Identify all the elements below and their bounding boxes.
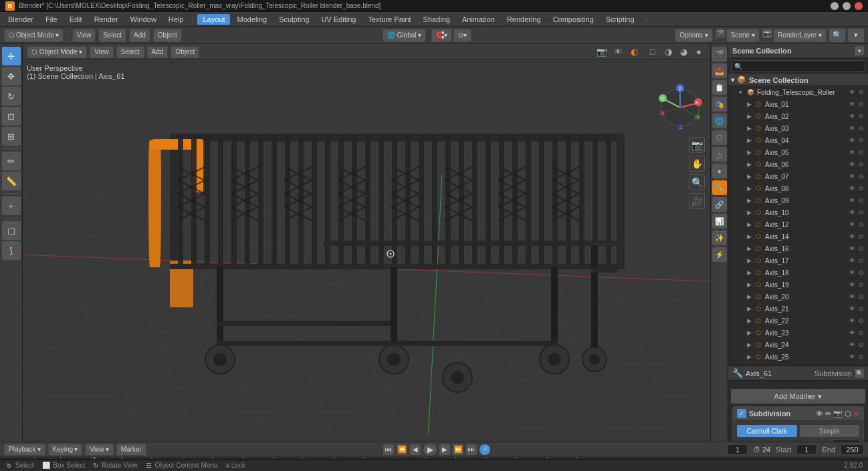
outliner-item-axis01[interactable]: ▶ ⬡ Axis_01 👁 ⊙ [728, 98, 868, 110]
next-keyframe-btn[interactable]: ⏩ [453, 444, 463, 455]
outliner-item-axis14[interactable]: ▶ ⬡ Axis_14 👁 ⊙ [728, 230, 868, 243]
menu-uv-editing[interactable]: UV Editing [316, 14, 361, 25]
select-box-tool[interactable]: ▢ [2, 221, 21, 240]
annotate-tool[interactable]: ✏ [2, 152, 21, 170]
menu-window[interactable]: Window [125, 14, 162, 25]
object-menu[interactable]: Object [153, 29, 182, 42]
search-btn[interactable]: 🔍 [829, 29, 845, 42]
outliner-item-axis22[interactable]: ▶ ⬡ Axis_22 👁 ⊙ [728, 315, 868, 327]
collection-folding[interactable]: ▾ 📦 Folding_Telescopic_Roller 👁 ⊙ [728, 86, 868, 98]
scene-dropdown[interactable]: Scene ▾ [726, 29, 760, 42]
3d-scene[interactable]: X Y Z -X -Y -Z [23, 60, 710, 442]
transform-tool[interactable]: ⊞ [2, 127, 21, 146]
keying-dropdown[interactable]: Keying ▾ [48, 444, 83, 456]
shading-wireframe[interactable]: □ [645, 45, 660, 59]
jump-end-btn[interactable]: ⏭ [466, 444, 477, 455]
outliner-item-axis07[interactable]: ▶ ⬡ Axis_07 👁 ⊙ [728, 170, 868, 182]
simple-btn[interactable]: Simple [800, 425, 860, 437]
viewport-select-btn[interactable]: Select [116, 46, 144, 58]
menu-layout[interactable]: Layout [197, 14, 230, 25]
add-tool[interactable]: + [2, 196, 21, 215]
maximize-button[interactable] [843, 2, 851, 10]
cursor-tool[interactable]: ✛ [2, 47, 21, 65]
viewport-3d[interactable]: ⬡ Object Mode ▾ View Select Add Object 📷… [23, 44, 710, 442]
viewport-camera-btn[interactable]: 📷 [594, 45, 609, 59]
next-frame-btn[interactable]: ▶ [439, 444, 450, 455]
outliner-item-axis18[interactable]: ▶ ⬡ Axis_18 👁 ⊙ [728, 267, 868, 279]
outliner-item-axis19[interactable]: ▶ ⬡ Axis_19 👁 ⊙ [728, 279, 868, 291]
scale-tool[interactable]: ⊡ [2, 107, 21, 126]
play-btn[interactable]: ▶ [423, 444, 437, 456]
loop-btn[interactable]: ↺ [479, 444, 490, 455]
view-menu[interactable]: View [72, 29, 96, 42]
outliner-item-axis24[interactable]: ▶ ⬡ Axis_24 👁 ⊙ [728, 339, 868, 351]
prop-tab-scene[interactable]: 🎭 [712, 97, 727, 112]
minimize-button[interactable] [831, 2, 839, 10]
close-button[interactable] [855, 2, 863, 10]
menu-help[interactable]: Help [163, 14, 189, 25]
viewport-add-btn[interactable]: Add [147, 46, 169, 58]
current-frame-display[interactable]: 1 [728, 444, 748, 455]
prev-keyframe-btn[interactable]: ⏪ [397, 444, 407, 455]
outliner-item-axis05[interactable]: ▶ ⬡ Axis_05 👁 ⊙ [728, 146, 868, 158]
menu-scripting[interactable]: Scripting [601, 14, 640, 25]
viewport-display-btn[interactable]: 👁 [611, 45, 625, 59]
menu-animation[interactable]: Animation [457, 14, 500, 25]
outliner-item-axis25[interactable]: ▶ ⬡ Axis_25 👁 ⊙ [728, 351, 868, 363]
playback-dropdown[interactable]: Playback ▾ [4, 444, 45, 456]
menu-rendering[interactable]: Rendering [502, 14, 546, 25]
outliner-filter-icon[interactable]: ▾ [855, 46, 864, 55]
outliner-item-axis20[interactable]: ▶ ⬡ Axis_20 👁 ⊙ [728, 291, 868, 303]
shading-solid[interactable]: ◑ [661, 45, 675, 59]
lasso-select-tool[interactable]: ⟆ [2, 241, 21, 260]
marker-btn[interactable]: Marker [116, 444, 146, 456]
outliner-item-axis10[interactable]: ▶ ⬡ Axis_10 👁 ⊙ [728, 206, 868, 218]
outliner-item-axis03[interactable]: ▶ ⬡ Axis_03 👁 ⊙ [728, 122, 868, 134]
menu-edit[interactable]: Edit [64, 14, 88, 25]
menu-sculpting[interactable]: Sculpting [274, 14, 314, 25]
prop-tab-world[interactable]: 🌐 [712, 114, 727, 128]
modifier-toggle-icon[interactable]: ✓ [737, 409, 746, 418]
prop-tab-particles[interactable]: ✨ [712, 230, 727, 245]
vis-eye[interactable]: 👁 [848, 88, 856, 96]
zoom-btn[interactable]: 🔍 [689, 174, 705, 190]
outliner-search[interactable] [731, 60, 865, 72]
viewport-view-btn[interactable]: View [90, 46, 114, 58]
prop-tab-view-layer[interactable]: 📋 [712, 80, 727, 95]
jump-start-btn[interactable]: ⏮ [383, 444, 394, 455]
modifier-expand-icon[interactable]: ⬡ [845, 410, 851, 418]
measure-tool[interactable]: 📏 [2, 172, 21, 190]
camera-persp-btn[interactable]: 🎥 [689, 193, 705, 209]
transform-global[interactable]: 🌐 Global ▾ [383, 29, 427, 42]
outliner-item-axis09[interactable]: ▶ ⬡ Axis_09 👁 ⊙ [728, 194, 868, 206]
object-mode-dropdown[interactable]: ⬡ Object Mode ▾ [4, 29, 64, 42]
menu-file[interactable]: File [40, 14, 63, 25]
prop-tab-data[interactable]: 📊 [712, 214, 727, 228]
viewport-object-btn[interactable]: Object [171, 46, 199, 58]
move-tool[interactable]: ✥ [2, 67, 21, 86]
outliner-item-axis02[interactable]: ▶ ⬡ Axis_02 👁 ⊙ [728, 110, 868, 122]
prop-tab-object[interactable]: ⬡ [712, 130, 727, 145]
prev-frame-btn[interactable]: ◀ [410, 444, 421, 455]
end-frame-display[interactable]: 250 [841, 444, 864, 455]
navigation-gizmo[interactable]: X Y Z -X -Y -Z [657, 84, 703, 131]
menu-blender[interactable]: Blender [3, 14, 39, 25]
add-menu[interactable]: Add [129, 29, 150, 42]
shading-material[interactable]: ◕ [676, 45, 691, 59]
shading-render[interactable]: ● [691, 45, 706, 59]
modifier-render-icon[interactable]: 📷 [833, 410, 843, 418]
hand-btn[interactable]: ✋ [689, 156, 705, 172]
prop-tab-mesh[interactable]: △ [712, 147, 727, 162]
camera-view-btn[interactable]: 📷 [689, 137, 705, 153]
outliner-item-axis16[interactable]: ▶ ⬡ Axis_16 👁 ⊙ [728, 243, 868, 255]
modifier-delete-icon[interactable]: ✕ [853, 410, 859, 418]
prop-tab-physics[interactable]: ⚡ [712, 247, 727, 262]
timeline-view-btn[interactable]: View ▾ [85, 444, 114, 456]
viewport-mode-btn[interactable]: ⬡ Object Mode ▾ [27, 46, 87, 58]
viewport-shading-btn[interactable]: ◐ [627, 45, 641, 59]
menu-shading[interactable]: Shading [418, 14, 455, 25]
modifier-edit-icon[interactable]: ✏ [825, 410, 831, 418]
prop-tab-render[interactable]: 🎬 [712, 47, 727, 61]
add-modifier-button[interactable]: Add Modifier ▾ [731, 389, 865, 404]
menu-render[interactable]: Render [89, 14, 124, 25]
